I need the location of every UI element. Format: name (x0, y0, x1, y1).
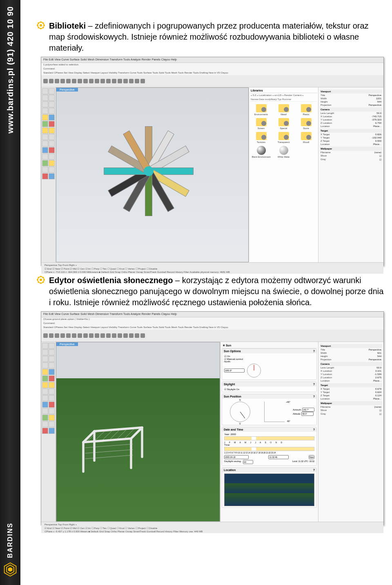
tool-icon[interactable] (49, 95, 55, 101)
help-icon[interactable]: ? (313, 469, 315, 471)
toolbar-icon[interactable] (60, 79, 65, 83)
north-compass[interactable] (247, 364, 261, 377)
main-toolbar[interactable] (41, 330, 383, 342)
tool-icon[interactable] (42, 134, 48, 140)
toolbar-icon[interactable] (123, 333, 128, 338)
toolbar-icon[interactable] (95, 79, 99, 83)
tool-icon[interactable] (49, 356, 55, 362)
azimuth-input[interactable] (302, 408, 314, 412)
libraries-panel[interactable]: Libraries « 5.0 » Localization » en-US »… (249, 87, 318, 262)
toolbar-icon[interactable] (135, 333, 139, 338)
library-folder[interactable]: Woodl (296, 132, 316, 143)
command-line[interactable]: Command: (41, 67, 383, 71)
tool-icon[interactable] (42, 147, 48, 153)
tool-icon[interactable] (49, 134, 55, 140)
library-folder[interactable]: Screen (251, 118, 271, 130)
tool-icon[interactable] (42, 421, 48, 427)
toolbar-icon[interactable] (118, 79, 122, 83)
properties-panel[interactable]: Viewport TitlePerspective Width921 Heigh… (318, 342, 383, 522)
toolbar-icon[interactable] (49, 79, 53, 83)
tool-icon[interactable] (42, 395, 48, 401)
toolbar-icon[interactable] (72, 333, 76, 338)
toolbar-icon[interactable] (55, 79, 59, 83)
tool-icon[interactable] (49, 362, 55, 368)
tool-icon[interactable] (49, 343, 55, 349)
tool-icon[interactable] (42, 108, 48, 114)
viewport-label[interactable]: Perspective (56, 342, 78, 346)
tool-icon[interactable] (49, 108, 55, 114)
tool-icon[interactable] (49, 421, 55, 427)
tool-icon[interactable] (49, 121, 55, 127)
toolbar-icon[interactable] (129, 333, 134, 338)
azimuth-compass[interactable]: N S (230, 402, 250, 422)
toolbar-icon[interactable] (95, 333, 99, 338)
library-folder[interactable]: Metall (274, 104, 294, 116)
tool-icon[interactable] (42, 402, 48, 408)
help-icon[interactable]: ? (313, 395, 315, 398)
tool-icon[interactable] (49, 395, 55, 401)
tool-icon[interactable] (49, 127, 55, 134)
toolbar-icon[interactable] (72, 79, 76, 83)
tool-icon[interactable] (42, 121, 48, 127)
toolbar-icon[interactable] (129, 79, 134, 83)
properties-panel[interactable]: Viewport TitlePerspective Width1221 Heig… (318, 87, 383, 262)
now-button[interactable]: Now (309, 455, 314, 459)
tool-icon[interactable] (42, 101, 48, 107)
toolbar-icon[interactable] (118, 333, 122, 338)
altitude-input[interactable] (301, 412, 314, 416)
libraries-columns[interactable]: Nazwa Data modyfikacji Typ Rozmiar (250, 97, 317, 102)
viewport-label[interactable]: Perspective (56, 88, 78, 92)
library-folder[interactable]: Textures (251, 132, 271, 143)
toolbar-icon[interactable] (140, 333, 145, 338)
osnap-row[interactable]: ☑ End ☑ Near ☑ Point ☑ Mid ☑ Cen ☑ Int ☐… (43, 526, 381, 530)
toolbar-icon[interactable] (83, 333, 88, 338)
toolbar-icon[interactable] (112, 333, 116, 338)
tool-icon[interactable] (42, 382, 48, 388)
toolbar-icon[interactable] (106, 333, 111, 338)
tool-icon[interactable] (49, 402, 55, 408)
tool-icon[interactable] (49, 415, 55, 421)
tool-icon[interactable] (49, 408, 55, 414)
perspective-viewport[interactable]: Perspective (56, 87, 249, 262)
toolbar-tabs[interactable]: Standard CPlanes Set View Display Select… (41, 71, 383, 75)
tool-icon[interactable] (42, 160, 48, 166)
toolbar-icon[interactable] (123, 79, 128, 83)
month-slider[interactable] (224, 436, 314, 440)
tool-icon[interactable] (42, 127, 48, 134)
tool-icon[interactable] (49, 141, 55, 147)
tool-icon[interactable] (42, 141, 48, 147)
tool-icon[interactable] (49, 173, 55, 179)
tool-icon[interactable] (42, 408, 48, 414)
toolbar-icon[interactable] (83, 79, 88, 83)
help-icon[interactable]: ? (313, 383, 315, 386)
tool-icon[interactable] (49, 428, 55, 434)
toolbar-icon[interactable] (66, 79, 71, 83)
tool-icon[interactable] (42, 428, 48, 434)
tool-icon[interactable] (42, 369, 48, 375)
toolbar-icon[interactable] (135, 79, 139, 83)
tool-icon[interactable] (42, 173, 48, 179)
toolbar-icon[interactable] (55, 333, 59, 338)
tool-icon[interactable] (49, 160, 55, 166)
tool-icon[interactable] (42, 88, 48, 94)
libraries-breadcrumb[interactable]: « 5.0 » Localization » en-US » Render Co… (250, 93, 317, 97)
toolbar-icon[interactable] (106, 79, 111, 83)
view-tabs[interactable]: Perspective Top Front Right + (43, 263, 381, 267)
tool-icon[interactable] (42, 415, 48, 421)
osnap-row[interactable]: ☑ End ☑ Near ☑ Point ☑ Mid ☑ Cen ☑ Int ☐… (43, 267, 381, 270)
tool-icon[interactable] (49, 147, 55, 153)
help-icon[interactable]: ? (313, 428, 315, 431)
library-folder[interactable]: Plastic (296, 104, 316, 116)
left-toolbox[interactable] (41, 87, 56, 262)
status-bar[interactable]: CPlane x -0.437 y 1.178 ± 0.000 Meters ■… (43, 530, 381, 533)
toolbar-icon[interactable] (60, 333, 65, 338)
tool-icon[interactable] (49, 382, 55, 388)
toolbar-icon[interactable] (49, 333, 53, 338)
help-icon[interactable]: ? (313, 350, 315, 353)
tool-icon[interactable] (49, 101, 55, 107)
date-input[interactable] (224, 455, 249, 459)
main-toolbar[interactable] (41, 75, 383, 87)
toolbar-icon[interactable] (89, 333, 94, 338)
tool-icon[interactable] (42, 356, 48, 362)
library-folder[interactable]: Environments (251, 104, 271, 116)
